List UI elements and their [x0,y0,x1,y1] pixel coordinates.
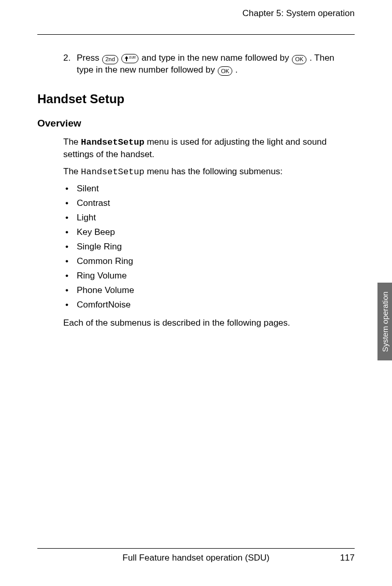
footer-center: Full Feature handset operation (SDU) [122,553,269,563]
closing-paragraph: Each of the submenus is described in the… [63,317,353,329]
step-text-2: and type in the new name followed by [142,53,291,63]
step-text-4: . [235,65,238,75]
key-2nd-icon: 2nd [102,55,118,64]
p2-menu: HandsetSetup [81,167,144,177]
p1-a: The [63,137,81,147]
step-body: Press 2nd Edit and type in the new name … [77,52,353,76]
step-text-1: Press [77,53,102,63]
key-ok-icon-2: OK [218,66,232,76]
page-number: 117 [340,553,355,563]
submenu-list: Silent Contrast Light Key Beep Single Ri… [63,184,353,310]
list-item: Single Ring [63,242,353,252]
overview-paragraph-2: The HandsetSetup menu has the following … [63,166,353,178]
p2-b: menu has the following submenus: [147,166,283,176]
list-item: Key Beep [63,227,353,238]
list-item: Silent [63,184,353,194]
key-up-edit-icon: Edit [121,54,138,63]
side-tab: System operation [377,283,392,360]
overview-paragraph-1: The HandsetSetup menu is used for adjust… [63,136,353,161]
footer: Full Feature handset operation (SDU) 117 [37,548,355,563]
list-item: ComfortNoise [63,300,353,310]
running-head: Chapter 5: System operation [37,8,355,19]
list-item: Light [63,213,353,223]
p2-a: The [63,166,81,176]
top-rule [37,34,355,35]
list-item: Phone Volume [63,285,353,296]
side-tab-label: System operation [381,291,389,352]
step-number: 2. [63,52,77,76]
subsection-heading: Overview [37,118,353,129]
section-heading: Handset Setup [37,92,353,106]
key-edit-label: Edit [129,55,135,59]
list-item: Ring Volume [63,271,353,281]
p1-menu: HandsetSetup [81,137,144,147]
list-item: Contrast [63,198,353,208]
step-item: 2. Press 2nd Edit and type in the new na… [63,52,353,76]
list-item: Common Ring [63,256,353,267]
footer-rule [37,548,355,549]
key-ok-icon: OK [292,55,306,64]
